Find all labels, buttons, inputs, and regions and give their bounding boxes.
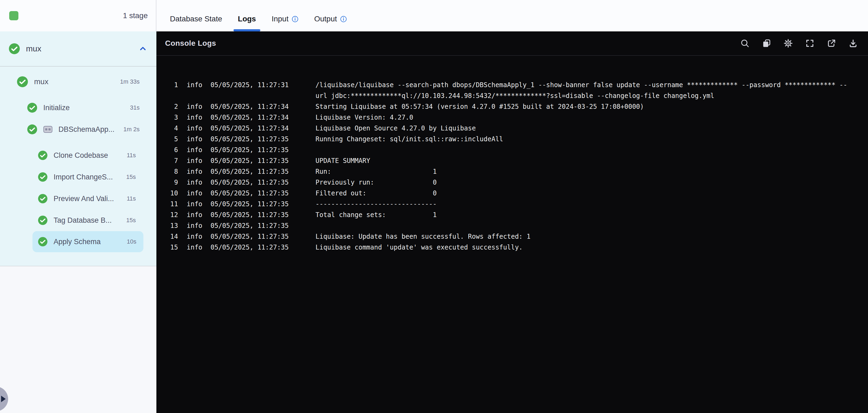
settings-icon[interactable] xyxy=(783,39,793,48)
log-line-number: 2 xyxy=(170,101,178,112)
tab-database-state[interactable]: Database State xyxy=(170,6,222,31)
info-icon[interactable] xyxy=(292,16,299,23)
tab-logs[interactable]: Logs xyxy=(238,6,256,31)
chevron-up-icon[interactable] xyxy=(139,45,147,53)
log-line-number: 14 xyxy=(170,231,178,242)
stage-header-mux[interactable]: mux xyxy=(0,31,156,66)
stage-status-chip[interactable] xyxy=(9,11,19,20)
tab-output[interactable]: Output xyxy=(314,6,347,31)
log-line: 8 info 05/05/2025, 11:27:35 Run: 1 xyxy=(170,166,859,177)
log-level: info xyxy=(187,199,203,209)
tree-node-clone-codebase[interactable]: Clone Codebase11s xyxy=(0,145,156,166)
log-timestamp: 05/05/2025, 11:27:35 xyxy=(211,145,289,155)
log-message: Run: 1 xyxy=(315,166,859,177)
log-level: info xyxy=(187,231,203,242)
log-level: info xyxy=(187,220,203,231)
log-line-number: 8 xyxy=(170,166,178,177)
log-line: 13 info 05/05/2025, 11:27:35 xyxy=(170,220,859,231)
tree-node-initialize[interactable]: Initialize31s xyxy=(0,97,156,119)
tree-node-label: Import ChangeS... xyxy=(54,173,113,181)
tree-node-label: Apply Schema xyxy=(54,238,101,246)
log-line: 6 info 05/05/2025, 11:27:35 xyxy=(170,145,859,155)
log-message: Liquibase command 'update' was executed … xyxy=(315,242,859,253)
console-log-panel: Console Logs 1 info 05/05/2025, 11:27:31… xyxy=(156,31,868,413)
log-timestamp: 05/05/2025, 11:27:35 xyxy=(211,166,289,177)
tab-label: Input xyxy=(272,14,288,23)
success-check-icon xyxy=(27,102,37,113)
duration-label: 11s xyxy=(127,152,136,159)
log-level: info xyxy=(187,209,203,220)
log-line: 9 info 05/05/2025, 11:27:35 Previously r… xyxy=(170,177,859,188)
console-log-body[interactable]: 1 info 05/05/2025, 11:27:31 /liquibase/l… xyxy=(156,56,868,253)
log-line-number: 1 xyxy=(170,80,178,90)
log-timestamp: 05/05/2025, 11:27:34 xyxy=(211,123,289,134)
log-line: 4 info 05/05/2025, 11:27:34 Liquibase Op… xyxy=(170,123,859,134)
log-timestamp: 05/05/2025, 11:27:35 xyxy=(211,134,289,145)
duration-label: 11s xyxy=(127,195,136,202)
log-timestamp: 05/05/2025, 11:27:35 xyxy=(211,199,289,209)
log-level: info xyxy=(187,177,203,188)
stage-name: mux xyxy=(26,44,41,53)
log-level: info xyxy=(187,112,203,123)
log-level: info xyxy=(187,134,203,145)
tab-label: Logs xyxy=(238,14,256,23)
log-line-number: 6 xyxy=(170,145,178,155)
step-group-icon xyxy=(43,126,53,133)
log-line-number: 13 xyxy=(170,220,178,231)
log-level: info xyxy=(187,166,203,177)
log-level: info xyxy=(187,242,203,253)
copy-icon[interactable] xyxy=(762,39,771,48)
log-line: 12 info 05/05/2025, 11:27:35 Total chang… xyxy=(170,209,859,220)
log-level: info xyxy=(187,123,203,134)
log-message: Running Changeset: sql/init.sql::raw::in… xyxy=(315,134,859,145)
log-message: /liquibase/liquibase --search-path dbops… xyxy=(315,80,859,101)
log-line: 2 info 05/05/2025, 11:27:34 Starting Liq… xyxy=(170,101,859,112)
log-level: info xyxy=(187,145,203,155)
tab-label: Output xyxy=(314,14,337,23)
execution-tree: mux1m 33sInitialize31sDBSchemaApp...1m 2… xyxy=(0,66,156,252)
download-icon[interactable] xyxy=(848,39,858,48)
tree-node-label: Initialize xyxy=(43,104,70,112)
open-in-new-icon[interactable] xyxy=(827,39,836,48)
duration-label: 10s xyxy=(127,238,136,245)
stage-panel: mux mux1m 33sInitialize31sDBSchemaApp...… xyxy=(0,31,156,266)
log-level: info xyxy=(187,101,203,112)
tree-node-tag-database-b[interactable]: Tag Database B...15s xyxy=(0,209,156,231)
log-timestamp: 05/05/2025, 11:27:34 xyxy=(211,101,289,112)
log-line: 1 info 05/05/2025, 11:27:31 /liquibase/l… xyxy=(170,80,859,101)
log-line: 11 info 05/05/2025, 11:27:35 -----------… xyxy=(170,199,859,209)
search-icon[interactable] xyxy=(740,39,749,48)
tree-node-preview-and-vali[interactable]: Preview And Vali...11s xyxy=(0,188,156,209)
log-line-number: 11 xyxy=(170,199,178,209)
log-message: Liquibase Version: 4.27.0 xyxy=(315,112,859,123)
success-check-icon xyxy=(38,215,48,225)
tree-node-mux[interactable]: mux1m 33s xyxy=(0,71,156,93)
log-line: 5 info 05/05/2025, 11:27:35 Running Chan… xyxy=(170,134,859,145)
log-line-number: 9 xyxy=(170,177,178,188)
log-line-number: 3 xyxy=(170,112,178,123)
log-message: Starting Liquibase at 05:57:34 (version … xyxy=(315,101,859,112)
log-toolbar xyxy=(740,39,858,48)
console-log-header: Console Logs xyxy=(156,31,868,56)
log-timestamp: 05/05/2025, 11:27:35 xyxy=(211,177,289,188)
success-check-icon xyxy=(38,150,48,160)
stage-summary: 1 stage xyxy=(0,0,156,31)
execution-sidebar: mux mux1m 33sInitialize31sDBSchemaApp...… xyxy=(0,31,156,413)
success-check-icon xyxy=(38,237,48,246)
tree-node-label: Tag Database B... xyxy=(54,216,112,225)
detail-tabs: Database StateLogsInputOutput xyxy=(156,0,347,31)
log-message: ------------------------------- xyxy=(315,199,859,209)
tree-node-dbschemaapp[interactable]: DBSchemaApp...1m 2s xyxy=(0,119,156,140)
console-logs-title: Console Logs xyxy=(165,39,216,48)
log-line-number: 4 xyxy=(170,123,178,134)
success-check-icon xyxy=(38,172,48,182)
tree-node-apply-schema[interactable]: Apply Schema10s xyxy=(32,231,144,252)
tree-node-import-changes[interactable]: Import ChangeS...15s xyxy=(0,166,156,188)
log-timestamp: 05/05/2025, 11:27:35 xyxy=(211,188,289,199)
tab-input[interactable]: Input xyxy=(272,6,299,31)
log-timestamp: 05/05/2025, 11:27:31 xyxy=(211,80,289,90)
log-line: 7 info 05/05/2025, 11:27:35 UPDATE SUMMA… xyxy=(170,155,859,166)
log-level: info xyxy=(187,155,203,166)
info-icon[interactable] xyxy=(340,16,347,23)
fullscreen-icon[interactable] xyxy=(805,39,814,48)
